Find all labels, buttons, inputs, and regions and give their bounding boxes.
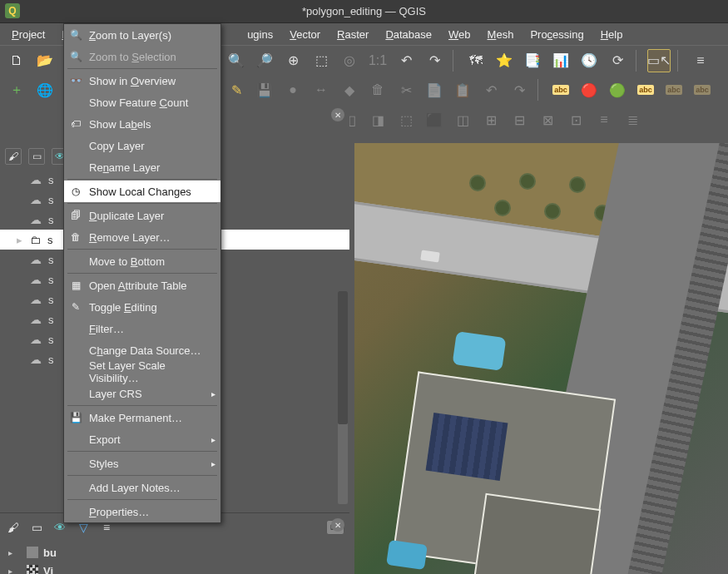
reload-button[interactable]: ⟳ bbox=[606, 49, 629, 72]
expand-arrow-icon[interactable]: ▸ bbox=[8, 548, 17, 557]
refresh-button[interactable]: 🕓 bbox=[577, 49, 601, 72]
menu-project[interactable]: Project bbox=[5, 27, 52, 42]
browser-add-button[interactable]: ▭ bbox=[28, 519, 45, 536]
menu-remove-layer[interactable]: 🗑Remove Layer… bbox=[64, 226, 220, 248]
layer-add-group-button[interactable]: ▭ bbox=[28, 148, 45, 165]
toggle-editing-button[interactable]: ✎ bbox=[225, 78, 248, 101]
delete-selected-button[interactable]: 🗑 bbox=[366, 78, 389, 101]
layers-panel-close-button[interactable]: ✕ bbox=[331, 108, 344, 121]
scrollbar-thumb[interactable] bbox=[338, 291, 348, 424]
browser-row[interactable]: ▸Vi bbox=[0, 562, 349, 574]
node-tool-button[interactable]: ◆ bbox=[338, 78, 361, 101]
label-tool-4[interactable]: abc bbox=[634, 78, 657, 101]
digitize-tool-9[interactable]: ◫ bbox=[451, 108, 474, 131]
layer-symbol-icon bbox=[27, 547, 38, 558]
changes-icon: ◷ bbox=[69, 186, 82, 197]
menu-show-local-changes[interactable]: ◷Show Local Changes bbox=[64, 181, 220, 202]
menu-properties[interactable]: Properties… bbox=[64, 501, 220, 522]
add-vector-layer-button[interactable]: ＋ bbox=[5, 78, 28, 101]
menu-help[interactable]: Help bbox=[594, 27, 630, 42]
menu-export[interactable]: Export▸ bbox=[64, 428, 220, 450]
copy-features-button[interactable]: 📄 bbox=[423, 78, 446, 101]
map-canvas[interactable] bbox=[354, 143, 728, 574]
digitize-tool-10[interactable]: ⊞ bbox=[479, 108, 503, 131]
undo-button[interactable]: ↶ bbox=[479, 78, 503, 101]
menu-open-attribute-table[interactable]: ▦Open Attribute Table bbox=[64, 275, 220, 296]
layer-style-button[interactable]: 🖌 bbox=[5, 148, 22, 165]
menu-layer-crs[interactable]: Layer CRS▸ bbox=[64, 383, 220, 404]
redo-button[interactable]: ↷ bbox=[508, 78, 531, 101]
menu-mesh[interactable]: Mesh bbox=[481, 27, 521, 42]
menu-move-to-bottom[interactable]: Move to Bottom bbox=[64, 250, 220, 272]
menu-rename-layer[interactable]: Rename Layer bbox=[64, 156, 220, 178]
move-feature-button[interactable]: ↔ bbox=[310, 78, 333, 101]
menu-processing[interactable]: Processing bbox=[523, 27, 590, 42]
menu-toggle-editing[interactable]: ✎Toggle Editing bbox=[64, 296, 220, 318]
label-icon: 🏷 bbox=[69, 118, 82, 130]
layers-scrollbar[interactable] bbox=[338, 291, 348, 504]
select-features-button[interactable]: ▭↖ bbox=[647, 49, 671, 72]
save-edits-button[interactable]: 💾 bbox=[253, 78, 276, 101]
browser-refresh-button[interactable]: 🖌 bbox=[5, 519, 22, 536]
zoom-selection-button[interactable]: ⬚ bbox=[310, 49, 333, 72]
submenu-arrow-icon: ▸ bbox=[211, 435, 215, 444]
menu-show-in-overview[interactable]: 👓Show in Overview bbox=[64, 70, 220, 92]
menu-copy-layer[interactable]: Copy Layer bbox=[64, 135, 220, 156]
remove-icon: 🗑 bbox=[69, 231, 82, 243]
open-project-button[interactable]: 📂 bbox=[33, 49, 57, 72]
browser-list[interactable]: ▸bu ▸Vi bbox=[0, 540, 349, 574]
menu-add-layer-notes[interactable]: Add Layer Notes… bbox=[64, 477, 220, 498]
new-map-button[interactable]: 🗺 bbox=[464, 49, 488, 72]
label-tool-6[interactable]: abc bbox=[691, 78, 714, 101]
digitize-tool-12[interactable]: ⊠ bbox=[536, 108, 559, 131]
label-tool-3[interactable]: 🟢 bbox=[606, 78, 629, 101]
menu-web[interactable]: Web bbox=[442, 27, 478, 42]
bookmarks-button[interactable]: 📑 bbox=[521, 49, 544, 72]
label-tool-2[interactable]: 🔴 bbox=[577, 78, 601, 101]
zoom-full-button[interactable]: ⊕ bbox=[281, 49, 305, 72]
add-raster-layer-button[interactable]: 🌐 bbox=[33, 78, 57, 101]
new-project-button[interactable]: 🗋 bbox=[5, 49, 28, 72]
new-bookmark-button[interactable]: ⭐ bbox=[493, 49, 516, 72]
menu-show-feature-count[interactable]: Show Feature Count bbox=[64, 92, 220, 113]
expand-arrow-icon[interactable]: ▸ bbox=[17, 234, 22, 246]
cloud-icon: ☁ bbox=[30, 293, 42, 306]
menu-duplicate-layer[interactable]: 🗐Duplicate Layer bbox=[64, 205, 220, 226]
browser-row[interactable]: ▸bu bbox=[0, 543, 349, 562]
digitize-tool-13[interactable]: ⊡ bbox=[564, 108, 587, 131]
save-icon: 💾 bbox=[69, 412, 82, 423]
digitize-tool-7[interactable]: ⬚ bbox=[394, 108, 418, 131]
menu-plugins-partial[interactable]: ugins bbox=[240, 27, 280, 42]
temporal-button[interactable]: 📊 bbox=[549, 49, 572, 72]
menu-vector[interactable]: Vector bbox=[283, 27, 327, 42]
zoom-native-button[interactable]: 1:1 bbox=[366, 49, 389, 72]
menu-change-data-source[interactable]: Change Data Source… bbox=[64, 339, 220, 361]
more-tools-button[interactable]: ≡ bbox=[689, 49, 712, 72]
zoom-in-button[interactable]: 🔍 bbox=[225, 49, 248, 72]
menu-database[interactable]: Database bbox=[379, 27, 438, 42]
expand-arrow-icon[interactable]: ▸ bbox=[8, 567, 17, 575]
digitize-tool-11[interactable]: ⊟ bbox=[508, 108, 531, 131]
menu-zoom-to-layers[interactable]: 🔍Zoom to Layer(s) bbox=[64, 24, 220, 46]
cloud-icon: ☁ bbox=[30, 313, 42, 326]
digitize-tool-14[interactable]: ≡ bbox=[592, 108, 616, 131]
zoom-next-button[interactable]: ↷ bbox=[423, 49, 446, 72]
label-tool-1[interactable]: abc bbox=[549, 78, 572, 101]
menu-styles[interactable]: Styles▸ bbox=[64, 453, 220, 474]
zoom-last-button[interactable]: ↶ bbox=[394, 49, 418, 72]
digitize-tool-6[interactable]: ◨ bbox=[366, 108, 389, 131]
menu-make-permanent[interactable]: 💾Make Permanent… bbox=[64, 407, 220, 428]
menu-raster[interactable]: Raster bbox=[330, 27, 375, 42]
label-tool-5[interactable]: abc bbox=[662, 78, 686, 101]
zoom-layer-button[interactable]: ◎ bbox=[338, 49, 361, 72]
menu-set-layer-scale-visibility[interactable]: Set Layer Scale Visibility… bbox=[64, 361, 220, 383]
digitize-tool-8[interactable]: ⬛ bbox=[423, 108, 446, 131]
menu-show-labels[interactable]: 🏷Show Labels bbox=[64, 113, 220, 135]
zoom-out-button[interactable]: 🔎 bbox=[253, 49, 276, 72]
menu-filter[interactable]: Filter… bbox=[64, 318, 220, 339]
cut-features-button[interactable]: ✂ bbox=[394, 78, 418, 101]
browser-panel-close-button[interactable]: ✕ bbox=[331, 518, 344, 532]
digitize-tool-15[interactable]: ≣ bbox=[621, 108, 644, 131]
add-feature-button[interactable]: ● bbox=[281, 78, 305, 101]
paste-features-button[interactable]: 📋 bbox=[451, 78, 474, 101]
